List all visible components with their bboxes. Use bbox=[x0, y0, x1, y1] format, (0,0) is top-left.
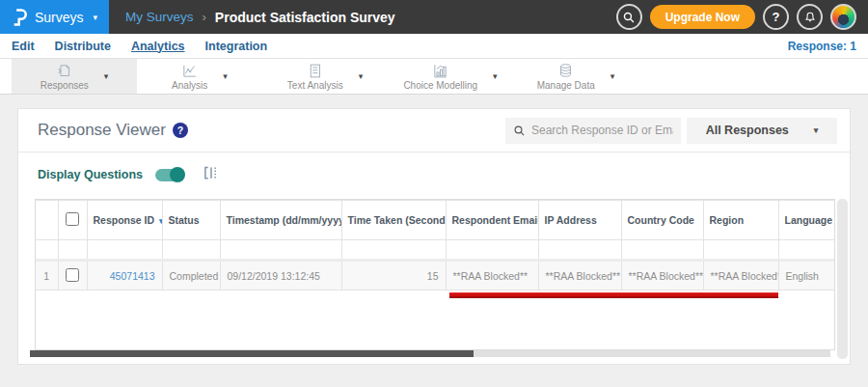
cell-country-code: **RAA Blocked** bbox=[621, 261, 703, 290]
cell-response-id: 45071413 bbox=[87, 261, 162, 290]
chevron-down-icon[interactable]: ▾ bbox=[359, 71, 364, 81]
col-timestamp[interactable]: Timestamp (dd/mm/yyyy) ⇅ bbox=[220, 201, 341, 240]
display-controls: Display Questions bbox=[18, 152, 850, 199]
analysis-icon bbox=[180, 63, 199, 79]
search-icon[interactable] bbox=[616, 4, 642, 30]
tool-label: Manage Data bbox=[537, 80, 595, 91]
row-number: 1 bbox=[36, 261, 58, 290]
filter-cell[interactable] bbox=[778, 240, 834, 261]
survey-nav: Edit Distribute Analytics Integration Re… bbox=[0, 34, 868, 59]
vertical-scrollbar[interactable] bbox=[837, 199, 848, 359]
col-response-id[interactable]: Response ID▾ bbox=[87, 201, 162, 240]
col-status[interactable]: Status bbox=[162, 201, 220, 240]
col-respondent-email[interactable]: Respondent Email bbox=[446, 201, 538, 240]
page-content: Response Viewer ? All Responses ▾ Displa… bbox=[0, 95, 868, 365]
display-questions-toggle[interactable] bbox=[155, 169, 184, 181]
breadcrumb: My Surveys › Product Satisfaction Survey bbox=[125, 0, 395, 34]
nav-tab-integration[interactable]: Integration bbox=[205, 40, 268, 53]
row-checkbox[interactable] bbox=[66, 268, 79, 282]
filter-row bbox=[36, 240, 834, 261]
freeze-columns-icon[interactable] bbox=[203, 165, 218, 184]
row-select bbox=[58, 261, 87, 290]
nav-tab-edit[interactable]: Edit bbox=[12, 40, 35, 53]
breadcrumb-my-surveys[interactable]: My Surveys bbox=[125, 10, 194, 24]
col-row-number bbox=[36, 201, 58, 240]
manage-data-icon bbox=[556, 63, 575, 79]
section-title: Response Viewer bbox=[38, 121, 166, 140]
chevron-down-icon[interactable]: ▾ bbox=[104, 71, 109, 81]
cell-respondent-email: **RAA Blocked** bbox=[446, 261, 538, 290]
red-underline-annotation bbox=[449, 292, 778, 298]
search-input[interactable] bbox=[531, 124, 673, 137]
page-title: Product Satisfaction Survey bbox=[215, 10, 395, 25]
text-analysis-icon bbox=[306, 63, 324, 79]
surveys-menu[interactable]: Surveys ▾ bbox=[0, 0, 109, 34]
cell-region: **RAA Blocked** bbox=[703, 261, 778, 290]
col-ip-address[interactable]: IP Address bbox=[538, 201, 621, 240]
chevron-down-icon[interactable]: ▾ bbox=[223, 71, 228, 81]
table-row: 1 45071413 Completed 09/12/2019 13:12:45… bbox=[36, 261, 834, 290]
response-count: Response: 1 bbox=[788, 40, 856, 53]
col-select-all bbox=[58, 201, 87, 240]
tool-label: Responses bbox=[41, 80, 89, 91]
tool-choice-modelling[interactable]: Choice Modelling ▾ bbox=[388, 59, 513, 94]
notifications-bell-icon[interactable] bbox=[797, 4, 823, 30]
analytics-toolbar: Responses ▾ Analysis ▾ Text Analysis ▾ C… bbox=[0, 59, 868, 95]
avatar[interactable] bbox=[830, 4, 856, 30]
tool-manage-data[interactable]: Manage Data ▾ bbox=[513, 59, 638, 94]
section-help-icon[interactable]: ? bbox=[173, 123, 188, 138]
filter-cell[interactable] bbox=[538, 240, 621, 261]
tool-label: Analysis bbox=[172, 80, 207, 91]
table-header-row: Response ID▾ Status Timestamp (dd/mm/yyy… bbox=[36, 201, 834, 240]
cell-language: English bbox=[778, 261, 834, 290]
surveys-menu-label: Surveys bbox=[35, 10, 84, 25]
response-searchbox[interactable] bbox=[505, 118, 681, 144]
filter-cell[interactable] bbox=[58, 240, 87, 261]
nav-tab-analytics[interactable]: Analytics bbox=[131, 40, 185, 53]
filter-cell[interactable] bbox=[341, 240, 446, 261]
filter-cell[interactable] bbox=[162, 240, 220, 261]
questionpro-logo-icon bbox=[13, 8, 27, 27]
tool-label: Choice Modelling bbox=[403, 80, 477, 91]
breadcrumb-separator: › bbox=[203, 10, 206, 24]
filter-cell[interactable] bbox=[621, 240, 703, 261]
cell-ip-address: **RAA Blocked** bbox=[538, 261, 621, 290]
upgrade-button[interactable]: Upgrade Now bbox=[650, 5, 755, 29]
display-questions-label: Display Questions bbox=[38, 168, 143, 181]
help-icon[interactable]: ? bbox=[763, 4, 789, 30]
search-icon bbox=[513, 124, 526, 137]
card-header: Response Viewer ? All Responses ▾ bbox=[18, 109, 850, 152]
select-all-checkbox[interactable] bbox=[66, 212, 79, 226]
cell-status: Completed bbox=[162, 261, 220, 290]
tool-responses[interactable]: Responses ▾ bbox=[12, 59, 137, 94]
filter-cell[interactable] bbox=[703, 240, 778, 261]
responses-table: Response ID▾ Status Timestamp (dd/mm/yyy… bbox=[35, 199, 835, 350]
response-viewer-card: Response Viewer ? All Responses ▾ Displa… bbox=[17, 108, 851, 365]
horizontal-scrollbar-track[interactable] bbox=[30, 350, 830, 357]
col-country-code[interactable]: Country Code bbox=[621, 201, 703, 240]
chevron-down-icon[interactable]: ▾ bbox=[493, 71, 498, 81]
tool-label: Text Analysis bbox=[287, 80, 343, 91]
nav-tab-distribute[interactable]: Distribute bbox=[55, 40, 111, 53]
filter-cell[interactable] bbox=[220, 240, 341, 261]
tool-text-analysis[interactable]: Text Analysis ▾ bbox=[262, 59, 388, 94]
header-controls: All Responses ▾ bbox=[505, 118, 837, 144]
tool-analysis[interactable]: Analysis ▾ bbox=[137, 59, 262, 94]
toggle-knob bbox=[170, 167, 185, 182]
topbar-actions: Upgrade Now ? bbox=[616, 0, 868, 34]
responses-icon bbox=[55, 63, 73, 79]
responses-filter-dropdown[interactable]: All Responses ▾ bbox=[687, 118, 837, 144]
topbar: Surveys ▾ My Surveys › Product Satisfact… bbox=[0, 0, 868, 34]
cell-time-taken: 15 bbox=[341, 261, 446, 290]
responses-filter-value: All Responses bbox=[706, 124, 789, 137]
choice-modelling-icon bbox=[431, 63, 449, 79]
col-time-taken[interactable]: Time Taken (Seconds) ⇅ bbox=[341, 201, 446, 240]
horizontal-scrollbar-thumb[interactable] bbox=[30, 350, 474, 357]
col-region[interactable]: Region bbox=[703, 201, 778, 240]
filter-cell[interactable] bbox=[446, 240, 538, 261]
response-id-link[interactable]: 45071413 bbox=[110, 270, 155, 282]
col-language[interactable]: Language bbox=[778, 201, 834, 240]
cell-timestamp: 09/12/2019 13:12:45 bbox=[220, 261, 341, 290]
filter-cell[interactable] bbox=[87, 240, 162, 261]
chevron-down-icon[interactable]: ▾ bbox=[610, 71, 615, 81]
